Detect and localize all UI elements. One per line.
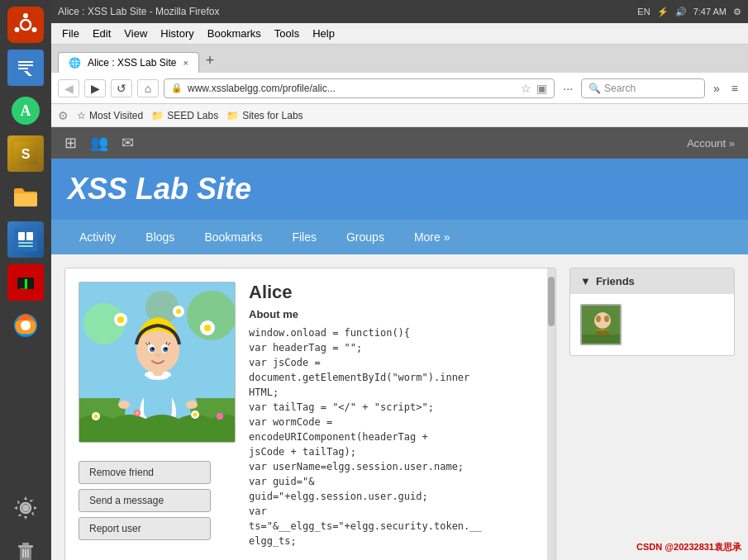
bookmark-most-visited[interactable]: ☆ Most Visited	[77, 110, 143, 121]
files-manager-icon[interactable]	[7, 221, 44, 258]
menu-view[interactable]: View	[118, 25, 153, 42]
browser-window: Alice : XSS Lab Site - Mozilla Firefox E…	[51, 0, 748, 560]
settings-icon[interactable]	[7, 490, 44, 526]
svg-point-40	[204, 325, 211, 331]
firefox-icon[interactable]	[7, 307, 44, 344]
writer-icon[interactable]: A	[7, 93, 44, 129]
secure-icon: 🔒	[171, 83, 183, 93]
bookmark-star-icon[interactable]: ☆	[521, 82, 531, 95]
remove-friend-button[interactable]: Remove friend	[79, 461, 211, 484]
about-me-label: About me	[249, 308, 542, 320]
site-users-icon[interactable]: 👥	[90, 134, 108, 152]
reload-button[interactable]: ↺	[111, 79, 132, 97]
language-indicator: EN	[637, 7, 650, 17]
title-bar: Alice : XSS Lab Site - Mozilla Firefox E…	[51, 0, 748, 23]
friends-triangle-icon: ▼	[580, 275, 591, 287]
url-text: www.xsslabelgg.com/profile/alic...	[188, 83, 516, 94]
scrollbar[interactable]	[547, 268, 555, 560]
s-application-icon[interactable]: S	[7, 135, 44, 172]
report-user-button[interactable]: Report user	[79, 517, 211, 540]
menu-history[interactable]: History	[155, 25, 199, 42]
main-content-area: Remove friend Send a message Report user…	[51, 254, 748, 560]
svg-point-57	[186, 401, 198, 409]
hamburger-button[interactable]: ≡	[728, 82, 741, 95]
seed-labs-label: SEED Labs	[167, 110, 218, 121]
terminal-icon[interactable]: _▌	[7, 264, 44, 301]
linux-sidebar: A S _▌	[0, 0, 51, 560]
folder-bookmark-icon-2: 📁	[226, 110, 239, 121]
account-link[interactable]: Account »	[687, 137, 735, 149]
nav-files[interactable]: Files	[277, 222, 331, 252]
svg-point-53	[152, 348, 155, 350]
send-message-button[interactable]: Send a message	[79, 489, 211, 512]
menu-help[interactable]: Help	[307, 25, 341, 42]
svg-point-56	[118, 401, 130, 409]
back-button[interactable]: ◀	[58, 79, 79, 97]
reader-mode-icon[interactable]: ▣	[536, 82, 547, 95]
friends-header: ▼ Friends	[570, 268, 734, 294]
svg-rect-7	[18, 64, 33, 66]
search-bar[interactable]: 🔍 Search	[581, 78, 705, 98]
clock: 7:47 AM	[693, 7, 727, 17]
site-banner: XSS Lab Site	[51, 159, 748, 220]
site-messages-icon[interactable]: ✉	[121, 134, 134, 152]
svg-point-67	[596, 316, 601, 322]
friend-avatar-1[interactable]	[580, 304, 622, 345]
svg-point-63	[193, 413, 198, 417]
nav-blogs[interactable]: Blogs	[131, 222, 189, 252]
svg-rect-69	[582, 335, 622, 345]
sites-for-labs-label: Sites for Labs	[242, 110, 303, 121]
profile-name: Alice	[249, 282, 542, 303]
svg-rect-13	[14, 228, 37, 251]
friends-section: ▼ Friends	[569, 268, 735, 356]
svg-point-59	[94, 415, 98, 419]
tab-bar: 🌐 Alice : XSS Lab Site × +	[51, 45, 748, 73]
svg-rect-16	[18, 242, 33, 244]
svg-rect-28	[22, 543, 29, 545]
scroll-thumb[interactable]	[548, 277, 555, 326]
profile-image	[79, 282, 236, 443]
svg-point-68	[604, 316, 609, 322]
site-nav: Activity Blogs Bookmarks Files Groups Mo…	[51, 220, 748, 254]
profile-section: Remove friend Send a message Report user…	[64, 268, 556, 560]
menu-edit[interactable]: Edit	[87, 25, 117, 42]
profile-info: Alice About me window.onload = function(…	[249, 282, 542, 548]
site-home-icon[interactable]: ⊞	[64, 134, 77, 152]
folder-icon[interactable]	[7, 178, 44, 215]
extra-more-button[interactable]: »	[710, 82, 723, 95]
forward-button[interactable]: ▶	[84, 79, 106, 97]
ubuntu-icon[interactable]	[7, 7, 44, 43]
svg-point-38	[117, 316, 124, 323]
nav-bookmarks[interactable]: Bookmarks	[189, 222, 277, 252]
tab-close-button[interactable]: ×	[183, 58, 188, 68]
menu-tools[interactable]: Tools	[269, 25, 305, 42]
address-bar: ◀ ▶ ↺ ⌂ 🔒 www.xsslabelgg.com/profile/ali…	[51, 73, 748, 104]
nav-groups[interactable]: Groups	[331, 222, 399, 252]
bookmark-sites-for-labs[interactable]: 📁 Sites for Labs	[226, 110, 303, 121]
nav-activity[interactable]: Activity	[64, 222, 131, 252]
menu-file[interactable]: File	[56, 25, 85, 42]
svg-point-42	[176, 309, 181, 314]
bookmark-seed-labs[interactable]: 📁 SEED Labs	[151, 110, 218, 121]
url-more-button[interactable]: ···	[560, 82, 576, 95]
svg-point-61	[136, 411, 139, 415]
menu-bookmarks[interactable]: Bookmarks	[202, 25, 267, 42]
svg-point-22	[21, 320, 31, 330]
svg-rect-8	[18, 68, 28, 69]
active-tab[interactable]: 🌐 Alice : XSS Lab Site ×	[58, 52, 199, 73]
bookmarks-bar: ⚙ ☆ Most Visited 📁 SEED Labs 📁 Sites for…	[51, 104, 748, 127]
text-editor-icon[interactable]	[7, 50, 44, 86]
trash-icon[interactable]	[7, 533, 44, 560]
svg-text:_▌: _▌	[20, 278, 30, 289]
nav-more[interactable]: More »	[399, 222, 465, 252]
settings-icon: ⚙	[733, 7, 741, 17]
svg-point-54	[165, 348, 168, 350]
svg-rect-6	[18, 61, 33, 63]
watermark: CSDN @20232831袁思承	[636, 541, 741, 553]
new-tab-button[interactable]: +	[201, 52, 220, 69]
website-content: ⊞ 👥 ✉ Account » XSS Lab Site Activity Bl…	[51, 127, 748, 560]
friends-body	[570, 294, 734, 355]
site-title: XSS Lab Site	[68, 172, 731, 206]
home-button[interactable]: ⌂	[137, 79, 159, 97]
svg-rect-27	[18, 545, 33, 548]
